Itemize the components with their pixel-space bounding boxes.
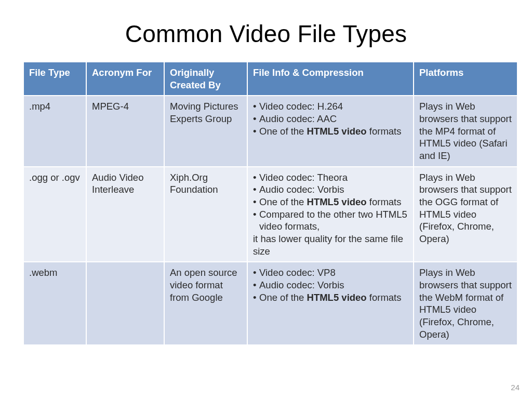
table-body: .mp4MPEG-4Moving Pictures Experts GroupV… <box>24 96 517 345</box>
table-row: .webmAn open source video format from Go… <box>24 262 517 345</box>
col-header-originally: Originally Created By <box>164 62 247 96</box>
cell-originally: Xiph.Org Foundation <box>164 167 247 262</box>
info-bullet: Compared to the other two HTML5 video fo… <box>253 208 408 233</box>
cell-acronym: MPEG-4 <box>86 96 164 166</box>
page-title: Common Video File Types <box>24 20 508 48</box>
info-bullet: Video codec: Theora <box>253 171 408 184</box>
col-header-acronym: Acronym For <box>86 62 164 96</box>
cell-acronym <box>86 262 164 345</box>
col-header-file-type: File Type <box>24 62 86 96</box>
info-bullet: Audio codec: Vorbis <box>253 279 408 291</box>
info-bullet: Audio codec: Vorbis <box>253 183 408 196</box>
cell-file-info: Video codec: VP8Audio codec: VorbisOne o… <box>247 262 414 345</box>
cell-platforms: Plays in Web browsers that support the W… <box>414 262 517 345</box>
info-extra: it has lower quality for the same file s… <box>253 233 408 257</box>
cell-file-info: Video codec: TheoraAudio codec: VorbisOn… <box>247 167 414 262</box>
cell-originally: An open source video format from Google <box>164 262 247 345</box>
cell-acronym: Audio Video Interleave <box>86 167 164 262</box>
info-bullets: Video codec: VP8Audio codec: VorbisOne o… <box>253 267 408 303</box>
info-bullet: One of the HTML5 video formats <box>253 125 408 138</box>
slide: Common Video File Types File Type Acrony… <box>0 0 532 399</box>
info-bullet: Video codec: VP8 <box>253 267 408 279</box>
video-file-types-table: File Type Acronym For Originally Created… <box>24 62 518 345</box>
table-row: .ogg or .ogvAudio Video InterleaveXiph.O… <box>24 167 517 262</box>
page-number: 24 <box>511 383 520 392</box>
col-header-platforms: Platforms <box>414 62 517 96</box>
info-bullets: Video codec: H.264Audio codec: AACOne of… <box>253 100 408 137</box>
info-bullet: Audio codec: AAC <box>253 113 408 125</box>
table-row: .mp4MPEG-4Moving Pictures Experts GroupV… <box>24 96 517 166</box>
cell-platforms: Plays in Web browsers that support the O… <box>414 167 517 262</box>
cell-platforms: Plays in Web browsers that support the M… <box>414 96 517 166</box>
col-header-file-info: File Info & Compression <box>247 62 414 96</box>
cell-file-info: Video codec: H.264Audio codec: AACOne of… <box>247 96 414 166</box>
table-header-row: File Type Acronym For Originally Created… <box>24 62 517 96</box>
cell-file-type: .ogg or .ogv <box>24 167 86 262</box>
cell-file-type: .webm <box>24 262 86 345</box>
cell-file-type: .mp4 <box>24 96 86 166</box>
info-bullet: Video codec: H.264 <box>253 100 408 113</box>
info-bullets: Video codec: TheoraAudio codec: VorbisOn… <box>253 171 408 233</box>
info-bullet: One of the HTML5 video formats <box>253 291 408 304</box>
cell-originally: Moving Pictures Experts Group <box>164 96 247 166</box>
info-bullet: One of the HTML5 video formats <box>253 196 408 208</box>
